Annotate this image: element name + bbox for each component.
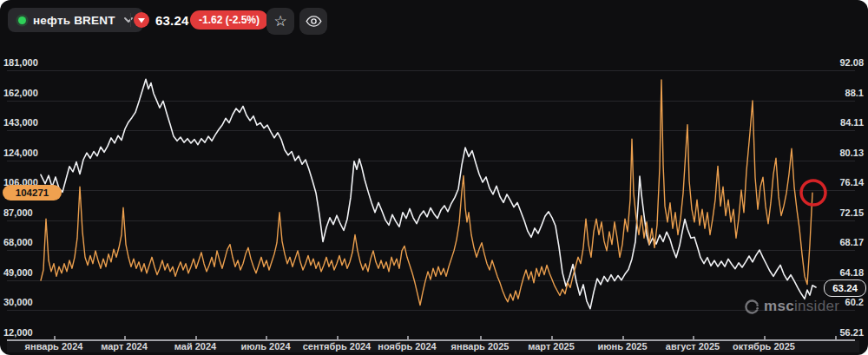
favorite-button[interactable]: ☆ <box>266 8 294 35</box>
price-series-plot <box>0 0 868 355</box>
x-axis-tick <box>764 336 766 339</box>
status-dot-icon <box>18 16 26 24</box>
chart-area[interactable]: 181,00092.08162,00088.1143,00084.11124,0… <box>0 0 868 355</box>
chevron-down-icon <box>124 17 133 23</box>
x-axis-label: январь 2024 <box>25 341 83 352</box>
x-axis-label: май 2024 <box>174 341 216 352</box>
price-change-badge: -1.62 (-2.5%) <box>190 10 268 30</box>
eye-icon <box>306 16 322 27</box>
x-axis-label: июль 2024 <box>240 341 290 352</box>
highlight-circle-annotation <box>801 181 825 205</box>
x-axis-tick <box>407 336 409 339</box>
price-down-icon <box>134 12 149 28</box>
x-axis-tick <box>195 336 197 339</box>
toolbar: нефть BRENT 63.24 -1.62 (-2.5%) ☆ <box>0 0 868 42</box>
x-axis-label: июнь 2025 <box>597 341 647 352</box>
x-axis-tick <box>54 336 56 339</box>
left-axis-value-badge: 104271 <box>3 185 62 201</box>
x-axis-tick <box>266 336 267 339</box>
x-axis-label: ноябрь 2024 <box>378 341 436 352</box>
x-axis-label: март 2024 <box>101 341 148 352</box>
last-price: 63.24 <box>155 12 189 28</box>
screenshot-stage: нефть BRENT 63.24 -1.62 (-2.5%) ☆ <box>0 0 868 355</box>
x-axis-tick <box>480 336 482 339</box>
x-axis-tick <box>551 336 553 339</box>
star-icon: ☆ <box>273 12 286 30</box>
chart-panel: нефть BRENT 63.24 -1.62 (-2.5%) ☆ <box>0 0 868 355</box>
x-axis-label: октябрь 2025 <box>733 341 795 352</box>
toolbar-divider <box>130 13 131 27</box>
x-axis-label: август 2025 <box>666 341 720 352</box>
x-axis-label: сентябрь 2024 <box>303 341 372 352</box>
x-axis-tick <box>124 336 126 339</box>
x-axis-label: январь 2025 <box>451 341 510 352</box>
x-axis-tick <box>693 336 694 339</box>
right-axis-value-badge: 63.24 <box>824 279 866 297</box>
instrument-selector[interactable]: нефть BRENT <box>8 8 143 32</box>
x-axis-tick <box>622 336 624 339</box>
x-axis-tick <box>337 336 339 339</box>
series-line <box>41 80 812 306</box>
x-axis-tick <box>835 336 837 339</box>
watch-button[interactable] <box>299 8 327 35</box>
x-axis-label: март 2025 <box>528 341 575 352</box>
instrument-label: нефть BRENT <box>33 14 115 27</box>
